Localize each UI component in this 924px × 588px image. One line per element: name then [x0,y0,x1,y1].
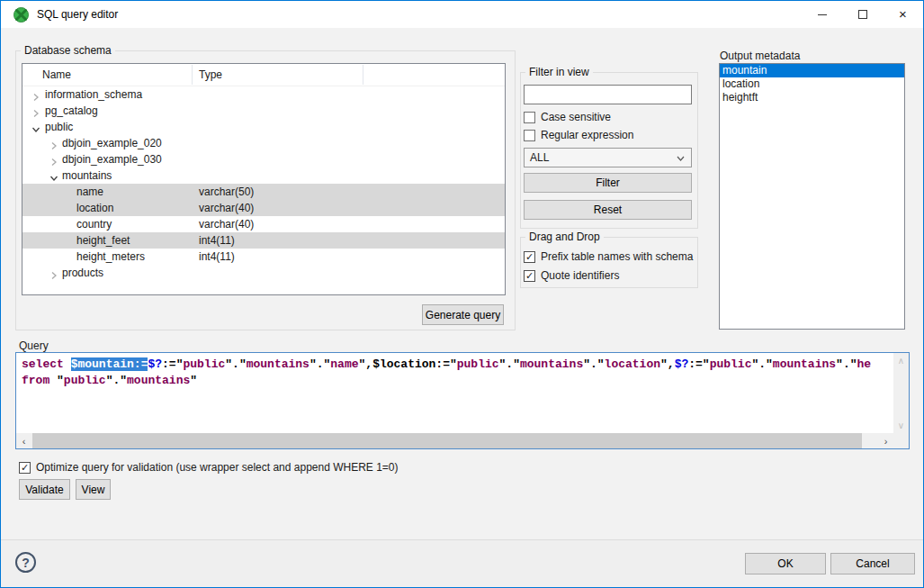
query-token: "." [499,357,520,371]
tree-row-dbjoin_example_030[interactable]: dbjoin_example_030 [22,151,505,167]
scroll-right-icon[interactable]: › [878,433,893,448]
caption-buttons: × [802,1,923,28]
minimize-button[interactable] [802,1,842,28]
cancel-button[interactable]: Cancel [830,553,915,574]
tree-node-label: location [76,200,113,216]
query-token: "." [751,357,772,371]
sql-query-editor-dialog: SQL query editor × Database schema Name … [0,0,924,588]
query-token: public [710,357,752,371]
database-schema-group-label: Database schema [21,44,115,57]
generate-query-button[interactable]: Generate query [422,304,504,325]
query-token: $? [675,357,689,371]
metadata-item-heightft[interactable]: heightft [720,91,904,104]
quote-checkbox-row[interactable]: ✓ Quote identifiers [524,268,619,283]
scroll-left-icon[interactable]: ‹ [16,433,31,448]
output-metadata-label: Output metadata [720,50,800,62]
metadata-item-location[interactable]: location [720,77,904,91]
query-token: public [183,357,225,371]
scroll-up-icon[interactable]: ∧ [893,353,909,368]
tree-row-mountains[interactable]: mountains [22,167,505,184]
column-header-name[interactable]: Name [42,68,71,81]
selected-text: $mountain:= [71,357,148,371]
view-button[interactable]: View [76,479,111,500]
query-token: location [605,357,660,371]
tree-row-information_schema[interactable]: information_schema [22,86,505,103]
vertical-scrollbar[interactable]: ∧ ∨ [893,353,909,433]
tree-row-name[interactable]: namevarchar(50) [22,184,505,200]
quote-label: Quote identifiers [541,269,619,282]
schema-tree-body: information_schemapg_catalogpublicdbjoin… [22,86,505,281]
prefix-checkbox-row[interactable]: ✓ Prefix table names with schema [524,249,693,264]
prefix-checkbox[interactable]: ✓ [524,251,535,263]
maximize-icon [858,10,867,19]
schema-tree[interactable]: Name Type information_schemapg_catalogpu… [22,63,506,295]
query-label: Query [19,339,49,352]
query-token: "." [583,357,604,371]
metadata-item-mountain[interactable]: mountain [720,64,904,77]
filter-button[interactable]: Filter [524,173,692,193]
query-token: mountains [773,357,836,371]
validate-button[interactable]: Validate [19,479,70,500]
tree-node-label: country [76,216,112,232]
query-token: mountains [247,357,309,371]
query-token: he [857,357,871,371]
tree-node-label: name [76,184,103,200]
tree-row-products[interactable]: products [22,265,505,281]
regex-checkbox[interactable] [524,130,535,141]
column-header-type[interactable]: Type [199,68,222,81]
horizontal-scrollbar[interactable]: ‹ › [16,433,893,448]
expand-chevron-icon[interactable] [49,268,58,285]
app-icon [13,7,29,23]
regex-label: Regular expression [541,129,633,141]
optimize-label: Optimize query for validation (use wrapp… [36,461,399,474]
query-text[interactable]: select $mountain:=$?:="public"."mountain… [16,353,893,433]
quote-checkbox[interactable]: ✓ [524,270,535,282]
tree-node-label: public [45,119,73,135]
tree-node-type: varchar(40) [199,216,254,232]
column-divider[interactable] [192,65,193,85]
query-token: " [190,374,197,387]
query-token: "." [309,357,330,371]
tree-row-location[interactable]: locationvarchar(40) [22,200,505,216]
tree-node-label: height_feet [76,232,130,249]
close-button[interactable]: × [883,1,923,28]
tree-row-public[interactable]: public [22,119,505,135]
optimize-checkbox-row[interactable]: ✓ Optimize query for validation (use wra… [19,460,399,475]
query-token: name [330,357,358,371]
tree-node-type: varchar(40) [199,200,254,216]
scroll-down-icon[interactable]: ∨ [893,418,909,433]
tree-node-type: int4(11) [199,249,235,265]
ok-button[interactable]: OK [745,553,826,574]
optimize-checkbox[interactable]: ✓ [19,462,31,474]
query-editor[interactable]: select $mountain:=$?:="public"."mountain… [15,352,910,449]
minimize-icon [818,14,827,15]
filter-scope-dropdown[interactable]: ALL [524,148,692,167]
query-token: "." [836,357,857,371]
case-sensitive-checkbox-row[interactable]: Case sensitive [524,110,611,124]
tree-row-height_feet[interactable]: height_feetint4(11) [22,232,505,249]
maximize-button[interactable] [842,1,883,28]
output-metadata-list[interactable]: mountainlocationheightft [719,63,905,330]
tree-row-pg_catalog[interactable]: pg_catalog [22,103,505,119]
horizontal-scrollbar-thumb[interactable] [32,433,862,448]
help-button[interactable]: ? [15,552,36,573]
column-divider[interactable] [363,65,363,85]
query-token: ", [660,357,675,371]
case-sensitive-checkbox[interactable] [524,112,535,123]
tree-row-country[interactable]: countryvarchar(40) [22,216,505,232]
tree-node-label: information_schema [45,86,142,103]
filter-input[interactable] [524,85,692,104]
tree-node-label: dbjoin_example_030 [62,151,162,167]
tree-node-type: varchar(50) [199,184,254,200]
query-line: select $mountain:=$?:="public"."mountain… [22,357,893,374]
scrollbar-corner [893,433,909,448]
query-token: from [22,374,49,387]
reset-button[interactable]: Reset [524,200,692,220]
regex-checkbox-row[interactable]: Regular expression [524,128,633,142]
tree-row-dbjoin_example_020[interactable]: dbjoin_example_020 [22,135,505,151]
query-token: :=" [162,357,183,371]
query-token: ",$location:=" [359,357,457,371]
close-icon: × [899,10,907,19]
tree-row-height_meters[interactable]: height_metersint4(11) [22,249,505,265]
tree-node-label: products [62,265,103,281]
